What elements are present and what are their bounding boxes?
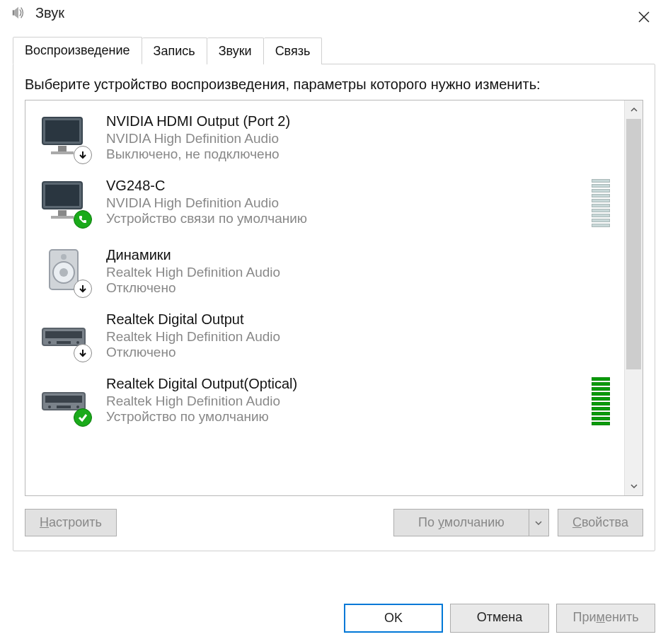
device-text: VG248-C NVIDIA High Definition Audio Уст… [106, 175, 584, 226]
device-name: VG248-C [106, 178, 584, 194]
device-text: NVIDIA HDMI Output (Port 2) NVIDIA High … [106, 110, 614, 162]
volume-meter [592, 175, 610, 231]
device-name: Realtek Digital Output(Optical) [106, 376, 584, 392]
device-driver: Realtek High Definition Audio [106, 393, 584, 409]
tab-label: Запись [154, 44, 195, 58]
badge-down-icon [74, 344, 92, 362]
instruction-text: Выберите устройство воспроизведения, пар… [25, 74, 643, 94]
svg-rect-6 [58, 146, 67, 151]
svg-rect-19 [45, 331, 82, 338]
tab-strip: Воспроизведение Запись Звуки Связь [13, 37, 655, 64]
ok-label: OK [384, 611, 403, 625]
device-driver: NVIDIA High Definition Audio [106, 131, 614, 146]
scroll-thumb[interactable] [626, 119, 641, 369]
svg-point-26 [48, 406, 51, 408]
sound-app-icon [10, 4, 27, 21]
device-list-scrollbar[interactable] [624, 100, 643, 495]
scroll-up-button[interactable] [625, 100, 643, 119]
apply-button[interactable]: Применить [556, 604, 655, 633]
device-icon-receiver [38, 373, 89, 424]
device-name: Динамики [106, 247, 614, 263]
badge-check-icon [74, 408, 92, 427]
sound-dialog-window: Звук Воспроизведение Запись Звуки Связь … [0, 0, 668, 644]
device-driver: Realtek High Definition Audio [106, 265, 614, 280]
badge-phone-icon [74, 210, 92, 229]
tab-panel: Выберите устройство воспроизведения, пар… [13, 64, 655, 551]
svg-marker-1 [15, 7, 19, 19]
svg-rect-10 [45, 185, 79, 206]
svg-rect-0 [13, 10, 15, 15]
device-icon-speaker [38, 244, 89, 295]
tab-playback[interactable]: Воспроизведение [13, 37, 142, 64]
window-title: Звук [35, 5, 64, 21]
badge-down-icon [74, 146, 92, 164]
configure-label: астроить [49, 515, 102, 529]
svg-point-20 [48, 341, 51, 344]
tab-sounds[interactable]: Звуки [207, 38, 264, 64]
dialog-content: Воспроизведение Запись Звуки Связь Выбер… [0, 27, 668, 594]
device-item[interactable]: VG248-C NVIDIA High Definition Audio Уст… [28, 171, 621, 240]
tab-label: Воспроизведение [25, 43, 130, 57]
device-text: Realtek Digital Output(Optical) Realtek … [106, 373, 584, 425]
svg-rect-5 [45, 120, 79, 142]
tab-label: Связь [275, 44, 311, 58]
svg-rect-25 [45, 396, 82, 403]
device-item[interactable]: Realtek Digital Output(Optical) Realtek … [28, 369, 621, 438]
ok-button[interactable]: OK [344, 604, 443, 633]
device-name: NVIDIA HDMI Output (Port 2) [106, 113, 614, 130]
device-status: Отключено [106, 345, 614, 360]
set-default-dropdown[interactable] [529, 510, 548, 536]
device-text: Динамики Realtek High Definition Audio О… [106, 244, 614, 296]
device-item[interactable]: NVIDIA HDMI Output (Port 2) NVIDIA High … [28, 106, 621, 171]
svg-rect-28 [57, 406, 71, 408]
device-list-container: NVIDIA HDMI Output (Port 2) NVIDIA High … [25, 100, 643, 496]
svg-rect-12 [51, 216, 74, 219]
svg-point-27 [76, 406, 79, 408]
tab-label: Звуки [219, 44, 252, 58]
device-icon-receiver [38, 309, 89, 360]
tab-communications[interactable]: Связь [264, 38, 323, 64]
panel-button-row: Настроить По умолчанию Свойства [25, 509, 643, 536]
svg-rect-22 [57, 341, 71, 344]
device-icon-monitor [38, 110, 89, 161]
volume-meter [592, 373, 610, 430]
device-driver: Realtek High Definition Audio [106, 329, 614, 345]
device-status: Устройство связи по умолчанию [106, 211, 584, 226]
device-icon-monitor [38, 175, 89, 226]
cancel-button[interactable]: Отмена [450, 604, 549, 633]
titlebar: Звук [0, 0, 668, 27]
svg-rect-11 [58, 210, 67, 216]
device-item[interactable]: Динамики Realtek High Definition Audio О… [28, 240, 621, 304]
configure-button[interactable]: Настроить [25, 509, 117, 536]
properties-label: войства [582, 515, 628, 529]
device-status: Устройство по умолчанию [106, 409, 584, 425]
svg-point-16 [61, 254, 67, 260]
scroll-track[interactable] [625, 119, 643, 477]
device-status: Отключено [106, 280, 614, 296]
dialog-button-row: OK Отмена Применить [0, 594, 668, 644]
properties-button[interactable]: Свойства [558, 509, 643, 536]
device-text: Realtek Digital Output Realtek High Defi… [106, 309, 614, 360]
badge-down-icon [74, 280, 92, 298]
device-driver: NVIDIA High Definition Audio [106, 195, 584, 211]
scroll-down-button[interactable] [625, 477, 643, 495]
set-default-label: По умолчанию [394, 510, 529, 536]
cancel-label: Отмена [477, 610, 523, 624]
svg-point-21 [76, 341, 79, 344]
close-button[interactable] [633, 6, 655, 28]
device-status: Выключено, не подключено [106, 146, 614, 162]
set-default-button[interactable]: По умолчанию [393, 509, 549, 536]
device-name: Realtek Digital Output [106, 311, 614, 328]
svg-point-15 [59, 268, 68, 277]
tab-recording[interactable]: Запись [142, 38, 207, 64]
device-item[interactable]: Realtek Digital Output Realtek High Defi… [28, 304, 621, 369]
svg-rect-7 [51, 151, 74, 154]
device-list[interactable]: NVIDIA HDMI Output (Port 2) NVIDIA High … [25, 100, 624, 495]
